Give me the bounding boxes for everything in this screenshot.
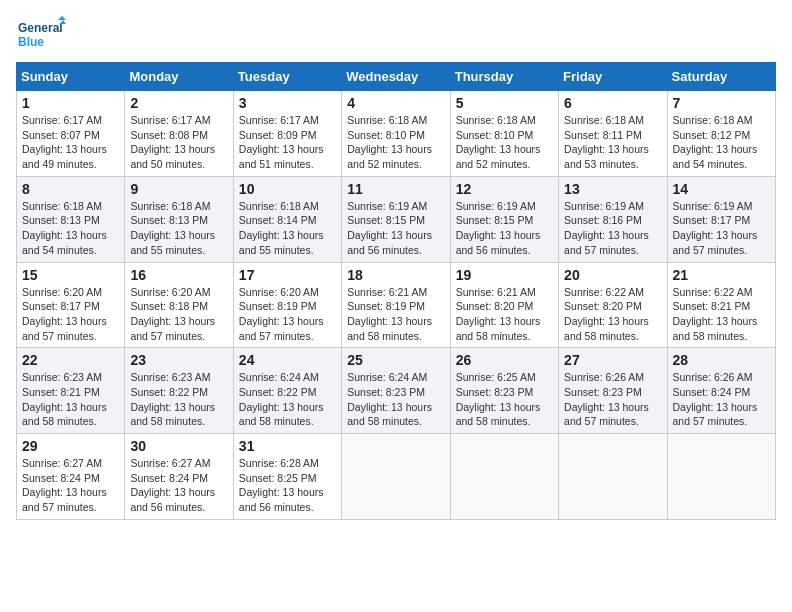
cell-detail: Sunrise: 6:19 AM Sunset: 8:15 PM Dayligh…: [347, 199, 444, 258]
calendar-cell: 26Sunrise: 6:25 AM Sunset: 8:23 PM Dayli…: [450, 348, 558, 434]
calendar-cell: 23Sunrise: 6:23 AM Sunset: 8:22 PM Dayli…: [125, 348, 233, 434]
day-number: 24: [239, 352, 336, 368]
cell-detail: Sunrise: 6:25 AM Sunset: 8:23 PM Dayligh…: [456, 370, 553, 429]
cell-detail: Sunrise: 6:23 AM Sunset: 8:22 PM Dayligh…: [130, 370, 227, 429]
day-number: 3: [239, 95, 336, 111]
cell-detail: Sunrise: 6:26 AM Sunset: 8:24 PM Dayligh…: [673, 370, 770, 429]
cell-detail: Sunrise: 6:24 AM Sunset: 8:23 PM Dayligh…: [347, 370, 444, 429]
cell-detail: Sunrise: 6:18 AM Sunset: 8:14 PM Dayligh…: [239, 199, 336, 258]
day-number: 8: [22, 181, 119, 197]
day-number: 25: [347, 352, 444, 368]
weekday-header: Wednesday: [342, 63, 450, 91]
calendar-cell: 4Sunrise: 6:18 AM Sunset: 8:10 PM Daylig…: [342, 91, 450, 177]
cell-detail: Sunrise: 6:19 AM Sunset: 8:15 PM Dayligh…: [456, 199, 553, 258]
cell-detail: Sunrise: 6:18 AM Sunset: 8:13 PM Dayligh…: [130, 199, 227, 258]
day-number: 12: [456, 181, 553, 197]
cell-detail: Sunrise: 6:23 AM Sunset: 8:21 PM Dayligh…: [22, 370, 119, 429]
cell-detail: Sunrise: 6:18 AM Sunset: 8:10 PM Dayligh…: [347, 113, 444, 172]
calendar-cell: [559, 434, 667, 520]
calendar-cell: 13Sunrise: 6:19 AM Sunset: 8:16 PM Dayli…: [559, 176, 667, 262]
calendar-week-row: 15Sunrise: 6:20 AM Sunset: 8:17 PM Dayli…: [17, 262, 776, 348]
calendar-cell: 28Sunrise: 6:26 AM Sunset: 8:24 PM Dayli…: [667, 348, 775, 434]
calendar-cell: 30Sunrise: 6:27 AM Sunset: 8:24 PM Dayli…: [125, 434, 233, 520]
day-number: 2: [130, 95, 227, 111]
calendar-cell: 19Sunrise: 6:21 AM Sunset: 8:20 PM Dayli…: [450, 262, 558, 348]
calendar-cell: [342, 434, 450, 520]
logo: General Blue: [16, 16, 66, 58]
day-number: 26: [456, 352, 553, 368]
calendar-cell: 9Sunrise: 6:18 AM Sunset: 8:13 PM Daylig…: [125, 176, 233, 262]
day-number: 10: [239, 181, 336, 197]
weekday-header: Friday: [559, 63, 667, 91]
calendar-cell: 2Sunrise: 6:17 AM Sunset: 8:08 PM Daylig…: [125, 91, 233, 177]
cell-detail: Sunrise: 6:17 AM Sunset: 8:09 PM Dayligh…: [239, 113, 336, 172]
calendar-cell: 5Sunrise: 6:18 AM Sunset: 8:10 PM Daylig…: [450, 91, 558, 177]
day-number: 28: [673, 352, 770, 368]
calendar-cell: 8Sunrise: 6:18 AM Sunset: 8:13 PM Daylig…: [17, 176, 125, 262]
day-number: 29: [22, 438, 119, 454]
calendar-cell: [667, 434, 775, 520]
calendar-body: 1Sunrise: 6:17 AM Sunset: 8:07 PM Daylig…: [17, 91, 776, 520]
calendar-header-row: SundayMondayTuesdayWednesdayThursdayFrid…: [17, 63, 776, 91]
cell-detail: Sunrise: 6:18 AM Sunset: 8:12 PM Dayligh…: [673, 113, 770, 172]
calendar-cell: 27Sunrise: 6:26 AM Sunset: 8:23 PM Dayli…: [559, 348, 667, 434]
day-number: 9: [130, 181, 227, 197]
day-number: 17: [239, 267, 336, 283]
calendar-cell: 21Sunrise: 6:22 AM Sunset: 8:21 PM Dayli…: [667, 262, 775, 348]
svg-text:General: General: [18, 21, 63, 35]
calendar-week-row: 29Sunrise: 6:27 AM Sunset: 8:24 PM Dayli…: [17, 434, 776, 520]
cell-detail: Sunrise: 6:18 AM Sunset: 8:13 PM Dayligh…: [22, 199, 119, 258]
day-number: 16: [130, 267, 227, 283]
day-number: 18: [347, 267, 444, 283]
weekday-header: Tuesday: [233, 63, 341, 91]
weekday-header: Sunday: [17, 63, 125, 91]
day-number: 11: [347, 181, 444, 197]
day-number: 20: [564, 267, 661, 283]
calendar-cell: 10Sunrise: 6:18 AM Sunset: 8:14 PM Dayli…: [233, 176, 341, 262]
day-number: 15: [22, 267, 119, 283]
weekday-header: Saturday: [667, 63, 775, 91]
day-number: 5: [456, 95, 553, 111]
calendar-cell: 6Sunrise: 6:18 AM Sunset: 8:11 PM Daylig…: [559, 91, 667, 177]
cell-detail: Sunrise: 6:18 AM Sunset: 8:10 PM Dayligh…: [456, 113, 553, 172]
day-number: 31: [239, 438, 336, 454]
calendar-cell: 29Sunrise: 6:27 AM Sunset: 8:24 PM Dayli…: [17, 434, 125, 520]
calendar-week-row: 8Sunrise: 6:18 AM Sunset: 8:13 PM Daylig…: [17, 176, 776, 262]
cell-detail: Sunrise: 6:21 AM Sunset: 8:20 PM Dayligh…: [456, 285, 553, 344]
calendar-week-row: 1Sunrise: 6:17 AM Sunset: 8:07 PM Daylig…: [17, 91, 776, 177]
day-number: 23: [130, 352, 227, 368]
day-number: 27: [564, 352, 661, 368]
weekday-header: Thursday: [450, 63, 558, 91]
cell-detail: Sunrise: 6:20 AM Sunset: 8:18 PM Dayligh…: [130, 285, 227, 344]
day-number: 21: [673, 267, 770, 283]
cell-detail: Sunrise: 6:19 AM Sunset: 8:17 PM Dayligh…: [673, 199, 770, 258]
calendar-cell: 15Sunrise: 6:20 AM Sunset: 8:17 PM Dayli…: [17, 262, 125, 348]
calendar-cell: 7Sunrise: 6:18 AM Sunset: 8:12 PM Daylig…: [667, 91, 775, 177]
day-number: 14: [673, 181, 770, 197]
calendar-cell: 20Sunrise: 6:22 AM Sunset: 8:20 PM Dayli…: [559, 262, 667, 348]
day-number: 19: [456, 267, 553, 283]
day-number: 6: [564, 95, 661, 111]
logo-svg: General Blue: [16, 16, 66, 58]
calendar-table: SundayMondayTuesdayWednesdayThursdayFrid…: [16, 62, 776, 520]
calendar-cell: 14Sunrise: 6:19 AM Sunset: 8:17 PM Dayli…: [667, 176, 775, 262]
svg-text:Blue: Blue: [18, 35, 44, 49]
cell-detail: Sunrise: 6:22 AM Sunset: 8:21 PM Dayligh…: [673, 285, 770, 344]
cell-detail: Sunrise: 6:21 AM Sunset: 8:19 PM Dayligh…: [347, 285, 444, 344]
day-number: 7: [673, 95, 770, 111]
cell-detail: Sunrise: 6:24 AM Sunset: 8:22 PM Dayligh…: [239, 370, 336, 429]
cell-detail: Sunrise: 6:17 AM Sunset: 8:08 PM Dayligh…: [130, 113, 227, 172]
calendar-cell: 3Sunrise: 6:17 AM Sunset: 8:09 PM Daylig…: [233, 91, 341, 177]
calendar-cell: 1Sunrise: 6:17 AM Sunset: 8:07 PM Daylig…: [17, 91, 125, 177]
cell-detail: Sunrise: 6:22 AM Sunset: 8:20 PM Dayligh…: [564, 285, 661, 344]
calendar-cell: 16Sunrise: 6:20 AM Sunset: 8:18 PM Dayli…: [125, 262, 233, 348]
calendar-cell: 18Sunrise: 6:21 AM Sunset: 8:19 PM Dayli…: [342, 262, 450, 348]
day-number: 13: [564, 181, 661, 197]
cell-detail: Sunrise: 6:26 AM Sunset: 8:23 PM Dayligh…: [564, 370, 661, 429]
cell-detail: Sunrise: 6:27 AM Sunset: 8:24 PM Dayligh…: [22, 456, 119, 515]
day-number: 22: [22, 352, 119, 368]
cell-detail: Sunrise: 6:20 AM Sunset: 8:19 PM Dayligh…: [239, 285, 336, 344]
calendar-week-row: 22Sunrise: 6:23 AM Sunset: 8:21 PM Dayli…: [17, 348, 776, 434]
calendar-cell: 12Sunrise: 6:19 AM Sunset: 8:15 PM Dayli…: [450, 176, 558, 262]
cell-detail: Sunrise: 6:17 AM Sunset: 8:07 PM Dayligh…: [22, 113, 119, 172]
